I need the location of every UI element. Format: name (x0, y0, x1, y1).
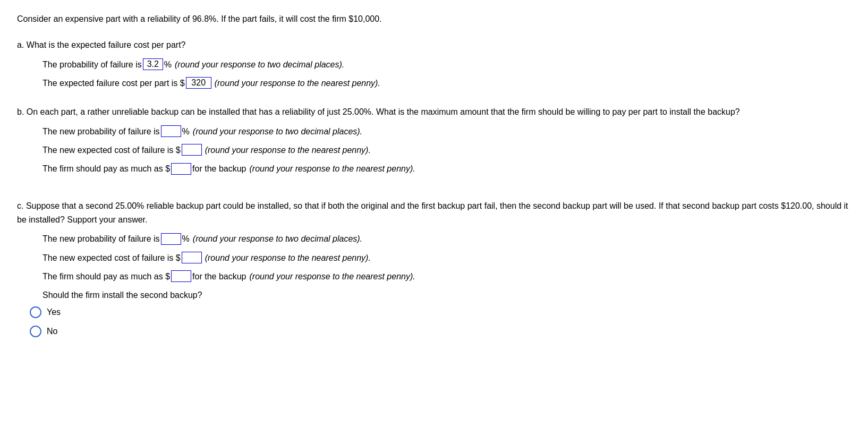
a-line2-prefix: The expected failure cost per part is $ (42, 76, 185, 90)
radio-yes-label: Yes (47, 308, 61, 317)
section-c-line3: The firm should pay as much as $ for the… (42, 269, 851, 284)
section-b-question: On each part, a rather unreliable backup… (27, 107, 740, 116)
radio-yes-group[interactable]: Yes (30, 306, 851, 318)
section-b: b. On each part, a rather unreliable bac… (17, 105, 851, 176)
a-line2-hint: (round your response to the nearest penn… (215, 76, 380, 90)
section-a: a. What is the expected failure cost per… (17, 38, 851, 90)
c-line3-hint: (round your response to the nearest penn… (250, 269, 415, 284)
b-line2-hint: (round your response to the nearest penn… (205, 143, 371, 157)
problem-intro: Consider an expensive part with a reliab… (17, 13, 851, 25)
c-line1-prefix: The new probability of failure is (42, 232, 160, 246)
c-install-question: Should the firm install the second backu… (42, 288, 202, 302)
b-line2-prefix: The new expected cost of failure is $ (42, 143, 181, 157)
section-b-line2: The new expected cost of failure is $ (r… (42, 143, 851, 157)
section-a-question: What is the expected failure cost per pa… (27, 40, 186, 49)
section-b-line3: The firm should pay as much as $ for the… (42, 161, 851, 176)
b-line1-suffix: % (182, 124, 190, 139)
c-line3-suffix: for the backup (192, 269, 246, 284)
c-line1-suffix: % (182, 232, 190, 246)
radio-no-circle[interactable] (30, 326, 41, 337)
radio-no-label: No (47, 327, 57, 336)
section-c-question: Suppose that a second 25.00% reliable ba… (17, 201, 848, 224)
section-c-line1: The new probability of failure is % (rou… (42, 232, 851, 246)
section-c-line2: The new expected cost of failure is $ (r… (42, 251, 851, 265)
section-c-label: c. (17, 201, 23, 210)
c-line2-prefix: The new expected cost of failure is $ (42, 251, 181, 265)
a-probability-input[interactable] (143, 58, 163, 70)
section-b-header: b. On each part, a rather unreliable bac… (17, 105, 851, 119)
radio-no-group[interactable]: No (30, 326, 851, 337)
c-line2-hint: (round your response to the nearest penn… (205, 251, 371, 265)
b-willingness-input[interactable] (171, 163, 191, 175)
section-a-label: a. (17, 40, 24, 49)
b-line1-hint: (round your response to two decimal plac… (193, 124, 362, 139)
a-line1-suffix: % (164, 57, 172, 72)
b-line3-hint: (round your response to the nearest penn… (250, 161, 415, 176)
radio-yes-circle[interactable] (30, 306, 41, 318)
radio-yes-option[interactable]: Yes (30, 306, 61, 318)
c-probability-input[interactable] (161, 233, 181, 245)
b-line3-suffix: for the backup (192, 161, 246, 176)
a-line1-prefix: The probability of failure is (42, 57, 142, 72)
intro-text: Consider an expensive part with a reliab… (17, 14, 382, 23)
c-line3-prefix: The firm should pay as much as $ (42, 269, 170, 284)
section-b-label: b. (17, 107, 24, 116)
c-line1-hint: (round your response to two decimal plac… (193, 232, 362, 246)
section-a-line1: The probability of failure is % (round y… (42, 57, 851, 72)
a-cost-input[interactable] (186, 77, 211, 89)
section-c-line4: Should the firm install the second backu… (42, 288, 851, 302)
b-line1-prefix: The new probability of failure is (42, 124, 160, 139)
c-cost-input[interactable] (182, 252, 202, 263)
b-probability-input[interactable] (161, 125, 181, 137)
section-c-header: c. Suppose that a second 25.00% reliable… (17, 199, 851, 226)
section-b-line1: The new probability of failure is % (rou… (42, 124, 851, 139)
section-c: c. Suppose that a second 25.00% reliable… (17, 199, 851, 337)
radio-no-option[interactable]: No (30, 326, 57, 337)
section-a-header: a. What is the expected failure cost per… (17, 38, 851, 52)
a-line1-hint: (round your response to two decimal plac… (175, 57, 344, 72)
b-cost-input[interactable] (182, 144, 202, 156)
c-willingness-input[interactable] (171, 270, 191, 282)
section-a-line2: The expected failure cost per part is $ … (42, 76, 851, 90)
b-line3-prefix: The firm should pay as much as $ (42, 161, 170, 176)
